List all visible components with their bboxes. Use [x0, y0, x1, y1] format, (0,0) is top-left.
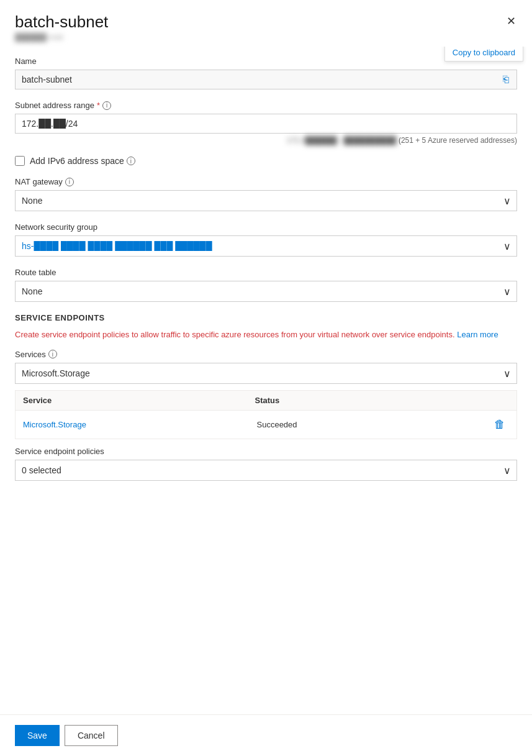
- save-button[interactable]: Save: [15, 725, 60, 746]
- cancel-button[interactable]: Cancel: [65, 725, 118, 746]
- panel-title: batch-subnet: [15, 12, 517, 32]
- panel-body: Name Copy to clipboard ⎗ Subnet address …: [0, 47, 532, 714]
- subnet-address-input[interactable]: [15, 114, 517, 134]
- panel-header: batch-subnet ██████-vnet ✕: [0, 0, 532, 47]
- name-input[interactable]: [15, 70, 517, 89]
- col-header-status: Status: [255, 396, 487, 405]
- subnet-address-input-wrapper: [15, 114, 517, 134]
- panel-subtitle: ██████-vnet: [15, 33, 517, 42]
- route-table-select-wrapper: None ∨: [15, 281, 517, 302]
- services-info-icon[interactable]: i: [48, 350, 57, 358]
- nsg-select-wrapper: hs-████ ████ ████ ██████ ███ ██████ ∨: [15, 235, 517, 257]
- services-select-wrapper: Microsoft.Storage ∨: [15, 363, 517, 384]
- learn-more-link[interactable]: Learn more: [457, 330, 498, 339]
- table-cell-status: Succeeded: [257, 420, 491, 429]
- subnet-address-info-icon[interactable]: i: [102, 101, 111, 110]
- copy-icon: ⎗: [503, 74, 509, 85]
- nat-gateway-label: NAT gateway i: [15, 177, 517, 186]
- ipv6-info-icon[interactable]: i: [127, 157, 135, 165]
- name-field-group: Name Copy to clipboard ⎗: [15, 57, 517, 89]
- ipv6-label[interactable]: Add IPv6 address space i: [30, 156, 135, 166]
- delete-service-button[interactable]: 🗑: [490, 417, 509, 432]
- ipv6-checkbox[interactable]: [15, 156, 25, 166]
- route-table-select[interactable]: None: [15, 281, 517, 302]
- service-ep-policies-select-wrapper: 0 selected ∨: [15, 460, 517, 481]
- services-select[interactable]: Microsoft.Storage: [15, 363, 517, 384]
- subnet-panel: batch-subnet ██████-vnet ✕ Name Copy to …: [0, 0, 532, 756]
- services-table: Service Status Microsoft.Storage Succeed…: [15, 390, 517, 439]
- subnet-address-field-group: Subnet address range * i 172.2██████ - █…: [15, 101, 517, 145]
- table-cell-service: Microsoft.Storage: [23, 420, 257, 429]
- copy-tooltip: Copy to clipboard: [444, 47, 523, 61]
- table-header-row: Service Status: [16, 391, 516, 411]
- name-label: Name: [15, 57, 517, 66]
- route-table-field-group: Route table None ∨: [15, 268, 517, 302]
- nsg-label: Network security group: [15, 222, 517, 232]
- close-button[interactable]: ✕: [502, 12, 520, 30]
- nat-gateway-select-wrapper: None ∨: [15, 190, 517, 211]
- route-table-label: Route table: [15, 268, 517, 277]
- nat-gateway-info-icon[interactable]: i: [65, 178, 74, 186]
- address-range-hint: 172.2██████ - ██████████ (251 + 5 Azure …: [15, 136, 517, 145]
- nsg-select[interactable]: hs-████ ████ ████ ██████ ███ ██████: [15, 235, 517, 257]
- copy-to-clipboard-button[interactable]: ⎗: [495, 70, 517, 89]
- table-row: Microsoft.Storage Succeeded 🗑: [16, 411, 516, 439]
- col-header-service: Service: [23, 396, 255, 405]
- nat-gateway-field-group: NAT gateway i None ∨: [15, 177, 517, 211]
- service-endpoints-section: SERVICE ENDPOINTS Create service endpoin…: [15, 313, 517, 481]
- service-endpoints-heading: SERVICE ENDPOINTS: [15, 313, 517, 322]
- delete-icon: 🗑: [494, 418, 505, 430]
- name-input-wrapper: Copy to clipboard ⎗: [15, 70, 517, 89]
- ipv6-checkbox-row: Add IPv6 address space i: [15, 156, 517, 166]
- close-icon: ✕: [507, 14, 516, 28]
- nsg-field-group: Network security group hs-████ ████ ████…: [15, 222, 517, 257]
- service-ep-policies-select[interactable]: 0 selected: [15, 460, 517, 481]
- service-desc: Create service endpoint policies to allo…: [15, 329, 517, 341]
- subtitle-vnet: ██████-vnet: [15, 33, 63, 42]
- service-ep-policies-label: Service endpoint policies: [15, 447, 517, 456]
- services-label: Services i: [15, 350, 517, 359]
- nat-gateway-select[interactable]: None: [15, 190, 517, 211]
- subnet-address-label: Subnet address range * i: [15, 101, 517, 110]
- panel-footer: Save Cancel: [0, 714, 532, 756]
- required-asterisk: *: [97, 101, 100, 110]
